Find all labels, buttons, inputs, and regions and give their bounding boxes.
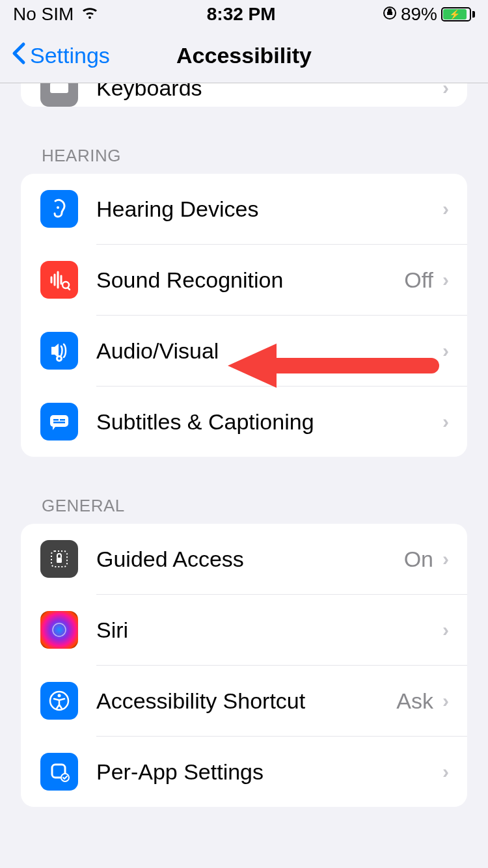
settings-scroll[interactable]: Keyboards › HEARING Hearing Devices › So…	[0, 83, 488, 868]
row-label: Guided Access	[96, 547, 404, 572]
back-button[interactable]: Settings	[0, 42, 110, 70]
row-label: Sound Recognition	[96, 267, 404, 293]
row-label: Hearing Devices	[96, 197, 442, 222]
guided-access-icon	[40, 540, 78, 578]
caption-icon	[40, 403, 78, 441]
orientation-lock-icon	[383, 4, 397, 25]
battery-icon: ⚡	[441, 7, 475, 21]
accessibility-icon	[40, 682, 78, 720]
waveform-icon	[40, 261, 78, 299]
row-detail: Ask	[396, 688, 433, 714]
svg-rect-14	[53, 422, 65, 424]
siri-icon	[40, 611, 78, 649]
hearing-group: Hearing Devices › Sound Recognition Off …	[21, 174, 467, 457]
row-label: Per-App Settings	[96, 759, 442, 785]
chevron-right-icon: ›	[442, 269, 449, 291]
svg-rect-13	[60, 419, 65, 421]
per-app-icon	[40, 753, 78, 791]
svg-line-8	[68, 288, 70, 290]
svg-point-17	[53, 623, 66, 636]
row-label: Accessibility Shortcut	[96, 688, 396, 714]
section-header-general: GENERAL	[0, 496, 488, 524]
row-detail: On	[404, 547, 433, 572]
chevron-right-icon: ›	[442, 761, 449, 783]
accessibility-shortcut-row[interactable]: Accessibility Shortcut Ask ›	[21, 666, 467, 736]
chevron-left-icon	[10, 42, 26, 70]
audio-visual-row[interactable]: Audio/Visual ›	[21, 316, 467, 386]
keyboard-icon	[40, 83, 78, 107]
row-label: Keyboards	[96, 83, 442, 101]
chevron-right-icon: ›	[442, 619, 449, 641]
guided-access-row[interactable]: Guided Access On ›	[21, 524, 467, 594]
general-group: Guided Access On › Siri › Accessibility …	[21, 524, 467, 807]
chevron-right-icon: ›	[442, 198, 449, 220]
svg-rect-11	[50, 415, 68, 427]
svg-rect-12	[53, 419, 59, 421]
audio-visual-icon	[40, 332, 78, 370]
svg-rect-16	[57, 558, 62, 563]
svg-rect-1	[50, 83, 68, 93]
chevron-right-icon: ›	[442, 340, 449, 362]
physical-motor-group-partial: Keyboards ›	[21, 83, 467, 107]
wifi-icon	[80, 4, 100, 25]
status-right: 89% ⚡	[383, 4, 475, 25]
svg-point-2	[57, 206, 59, 209]
ear-icon	[40, 190, 78, 228]
row-label: Subtitles & Captioning	[96, 409, 442, 435]
chevron-right-icon: ›	[442, 83, 449, 99]
nav-bar: Settings Accessibility	[0, 29, 488, 83]
sound-recognition-row[interactable]: Sound Recognition Off ›	[21, 245, 467, 315]
status-time: 8:32 PM	[207, 4, 276, 25]
siri-row[interactable]: Siri ›	[21, 595, 467, 665]
status-bar: No SIM 8:32 PM 89% ⚡	[0, 0, 488, 29]
back-label: Settings	[30, 43, 110, 68]
chevron-right-icon: ›	[442, 411, 449, 433]
chevron-right-icon: ›	[442, 690, 449, 712]
per-app-settings-row[interactable]: Per-App Settings ›	[21, 737, 467, 807]
chevron-right-icon: ›	[442, 548, 449, 570]
battery-percentage: 89%	[401, 4, 437, 25]
svg-point-19	[58, 694, 61, 698]
row-label: Siri	[96, 617, 442, 643]
hearing-devices-row[interactable]: Hearing Devices ›	[21, 174, 467, 244]
svg-point-10	[58, 357, 61, 360]
keyboards-row[interactable]: Keyboards ›	[21, 83, 467, 107]
carrier-text: No SIM	[13, 4, 74, 25]
section-header-hearing: HEARING	[0, 146, 488, 174]
subtitles-captioning-row[interactable]: Subtitles & Captioning ›	[21, 387, 467, 457]
row-label: Audio/Visual	[96, 338, 442, 364]
row-detail: Off	[404, 267, 433, 293]
status-left: No SIM	[13, 4, 100, 25]
